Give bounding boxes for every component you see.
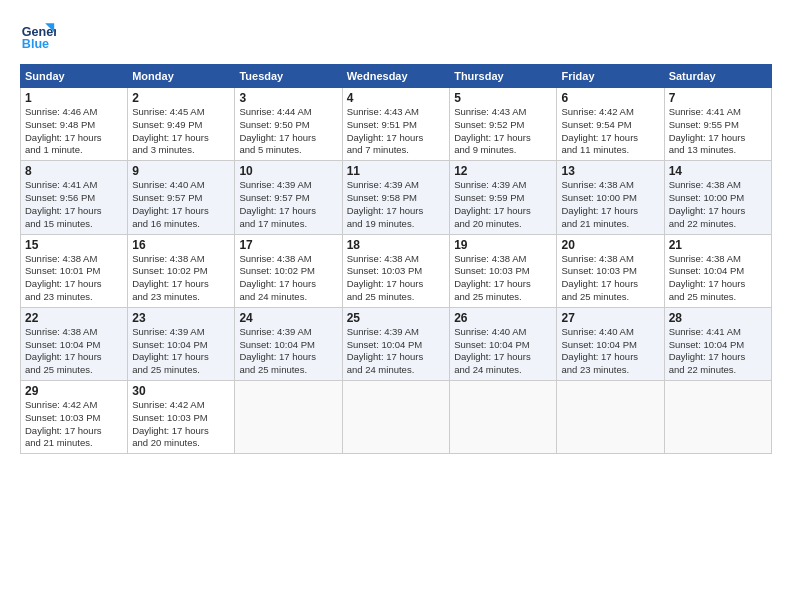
day-cell: 1Sunrise: 4:46 AMSunset: 9:48 PMDaylight… <box>21 88 128 161</box>
col-header-friday: Friday <box>557 65 664 88</box>
day-info: Sunrise: 4:39 AMSunset: 9:57 PMDaylight:… <box>239 179 337 230</box>
col-header-sunday: Sunday <box>21 65 128 88</box>
calendar-table: SundayMondayTuesdayWednesdayThursdayFrid… <box>20 64 772 454</box>
day-cell: 11Sunrise: 4:39 AMSunset: 9:58 PMDayligh… <box>342 161 449 234</box>
day-cell <box>450 381 557 454</box>
day-cell: 25Sunrise: 4:39 AMSunset: 10:04 PMDaylig… <box>342 307 449 380</box>
day-info: Sunrise: 4:39 AMSunset: 9:58 PMDaylight:… <box>347 179 445 230</box>
day-number: 9 <box>132 164 230 178</box>
col-header-tuesday: Tuesday <box>235 65 342 88</box>
day-info: Sunrise: 4:39 AMSunset: 9:59 PMDaylight:… <box>454 179 552 230</box>
day-number: 29 <box>25 384 123 398</box>
day-cell <box>235 381 342 454</box>
header: General Blue <box>20 16 772 52</box>
day-cell: 17Sunrise: 4:38 AMSunset: 10:02 PMDaylig… <box>235 234 342 307</box>
col-header-monday: Monday <box>128 65 235 88</box>
day-number: 12 <box>454 164 552 178</box>
day-info: Sunrise: 4:45 AMSunset: 9:49 PMDaylight:… <box>132 106 230 157</box>
day-info: Sunrise: 4:38 AMSunset: 10:04 PMDaylight… <box>25 326 123 377</box>
day-cell: 18Sunrise: 4:38 AMSunset: 10:03 PMDaylig… <box>342 234 449 307</box>
day-info: Sunrise: 4:38 AMSunset: 10:00 PMDaylight… <box>669 179 767 230</box>
day-info: Sunrise: 4:38 AMSunset: 10:01 PMDaylight… <box>25 253 123 304</box>
day-info: Sunrise: 4:38 AMSunset: 10:00 PMDaylight… <box>561 179 659 230</box>
logo-icon: General Blue <box>20 16 56 52</box>
col-header-wednesday: Wednesday <box>342 65 449 88</box>
day-info: Sunrise: 4:42 AMSunset: 10:03 PMDaylight… <box>25 399 123 450</box>
week-row-4: 22Sunrise: 4:38 AMSunset: 10:04 PMDaylig… <box>21 307 772 380</box>
day-cell: 27Sunrise: 4:40 AMSunset: 10:04 PMDaylig… <box>557 307 664 380</box>
day-cell: 9Sunrise: 4:40 AMSunset: 9:57 PMDaylight… <box>128 161 235 234</box>
day-cell: 19Sunrise: 4:38 AMSunset: 10:03 PMDaylig… <box>450 234 557 307</box>
day-cell: 10Sunrise: 4:39 AMSunset: 9:57 PMDayligh… <box>235 161 342 234</box>
day-number: 21 <box>669 238 767 252</box>
day-number: 5 <box>454 91 552 105</box>
day-info: Sunrise: 4:38 AMSunset: 10:03 PMDaylight… <box>347 253 445 304</box>
day-cell: 28Sunrise: 4:41 AMSunset: 10:04 PMDaylig… <box>664 307 771 380</box>
day-info: Sunrise: 4:43 AMSunset: 9:52 PMDaylight:… <box>454 106 552 157</box>
week-row-1: 1Sunrise: 4:46 AMSunset: 9:48 PMDaylight… <box>21 88 772 161</box>
svg-text:Blue: Blue <box>22 37 49 51</box>
day-cell: 14Sunrise: 4:38 AMSunset: 10:00 PMDaylig… <box>664 161 771 234</box>
day-cell: 5Sunrise: 4:43 AMSunset: 9:52 PMDaylight… <box>450 88 557 161</box>
day-cell: 20Sunrise: 4:38 AMSunset: 10:03 PMDaylig… <box>557 234 664 307</box>
day-info: Sunrise: 4:40 AMSunset: 10:04 PMDaylight… <box>561 326 659 377</box>
day-info: Sunrise: 4:38 AMSunset: 10:03 PMDaylight… <box>454 253 552 304</box>
day-cell: 29Sunrise: 4:42 AMSunset: 10:03 PMDaylig… <box>21 381 128 454</box>
day-info: Sunrise: 4:38 AMSunset: 10:02 PMDaylight… <box>132 253 230 304</box>
day-cell: 21Sunrise: 4:38 AMSunset: 10:04 PMDaylig… <box>664 234 771 307</box>
logo: General Blue <box>20 16 60 52</box>
week-row-5: 29Sunrise: 4:42 AMSunset: 10:03 PMDaylig… <box>21 381 772 454</box>
day-number: 1 <box>25 91 123 105</box>
week-row-3: 15Sunrise: 4:38 AMSunset: 10:01 PMDaylig… <box>21 234 772 307</box>
day-number: 19 <box>454 238 552 252</box>
day-info: Sunrise: 4:40 AMSunset: 9:57 PMDaylight:… <box>132 179 230 230</box>
day-number: 24 <box>239 311 337 325</box>
day-cell: 16Sunrise: 4:38 AMSunset: 10:02 PMDaylig… <box>128 234 235 307</box>
day-cell: 2Sunrise: 4:45 AMSunset: 9:49 PMDaylight… <box>128 88 235 161</box>
day-number: 28 <box>669 311 767 325</box>
day-info: Sunrise: 4:39 AMSunset: 10:04 PMDaylight… <box>239 326 337 377</box>
day-info: Sunrise: 4:46 AMSunset: 9:48 PMDaylight:… <box>25 106 123 157</box>
day-number: 23 <box>132 311 230 325</box>
day-number: 16 <box>132 238 230 252</box>
day-number: 18 <box>347 238 445 252</box>
col-header-thursday: Thursday <box>450 65 557 88</box>
week-row-2: 8Sunrise: 4:41 AMSunset: 9:56 PMDaylight… <box>21 161 772 234</box>
day-cell: 23Sunrise: 4:39 AMSunset: 10:04 PMDaylig… <box>128 307 235 380</box>
day-info: Sunrise: 4:43 AMSunset: 9:51 PMDaylight:… <box>347 106 445 157</box>
day-number: 20 <box>561 238 659 252</box>
day-cell <box>664 381 771 454</box>
day-info: Sunrise: 4:40 AMSunset: 10:04 PMDaylight… <box>454 326 552 377</box>
day-info: Sunrise: 4:38 AMSunset: 10:02 PMDaylight… <box>239 253 337 304</box>
day-cell: 15Sunrise: 4:38 AMSunset: 10:01 PMDaylig… <box>21 234 128 307</box>
day-number: 25 <box>347 311 445 325</box>
day-cell: 6Sunrise: 4:42 AMSunset: 9:54 PMDaylight… <box>557 88 664 161</box>
day-number: 15 <box>25 238 123 252</box>
day-info: Sunrise: 4:39 AMSunset: 10:04 PMDaylight… <box>347 326 445 377</box>
day-number: 13 <box>561 164 659 178</box>
page: General Blue SundayMondayTuesdayWednesda… <box>0 0 792 612</box>
day-number: 26 <box>454 311 552 325</box>
header-row: SundayMondayTuesdayWednesdayThursdayFrid… <box>21 65 772 88</box>
day-cell: 30Sunrise: 4:42 AMSunset: 10:03 PMDaylig… <box>128 381 235 454</box>
day-info: Sunrise: 4:44 AMSunset: 9:50 PMDaylight:… <box>239 106 337 157</box>
day-cell <box>342 381 449 454</box>
day-number: 3 <box>239 91 337 105</box>
day-info: Sunrise: 4:38 AMSunset: 10:03 PMDaylight… <box>561 253 659 304</box>
day-info: Sunrise: 4:39 AMSunset: 10:04 PMDaylight… <box>132 326 230 377</box>
day-number: 6 <box>561 91 659 105</box>
col-header-saturday: Saturday <box>664 65 771 88</box>
day-number: 22 <box>25 311 123 325</box>
day-cell: 3Sunrise: 4:44 AMSunset: 9:50 PMDaylight… <box>235 88 342 161</box>
day-number: 7 <box>669 91 767 105</box>
day-number: 27 <box>561 311 659 325</box>
day-cell: 4Sunrise: 4:43 AMSunset: 9:51 PMDaylight… <box>342 88 449 161</box>
day-info: Sunrise: 4:42 AMSunset: 9:54 PMDaylight:… <box>561 106 659 157</box>
day-info: Sunrise: 4:41 AMSunset: 9:56 PMDaylight:… <box>25 179 123 230</box>
day-number: 8 <box>25 164 123 178</box>
day-cell <box>557 381 664 454</box>
day-number: 30 <box>132 384 230 398</box>
day-number: 10 <box>239 164 337 178</box>
day-cell: 13Sunrise: 4:38 AMSunset: 10:00 PMDaylig… <box>557 161 664 234</box>
day-number: 17 <box>239 238 337 252</box>
